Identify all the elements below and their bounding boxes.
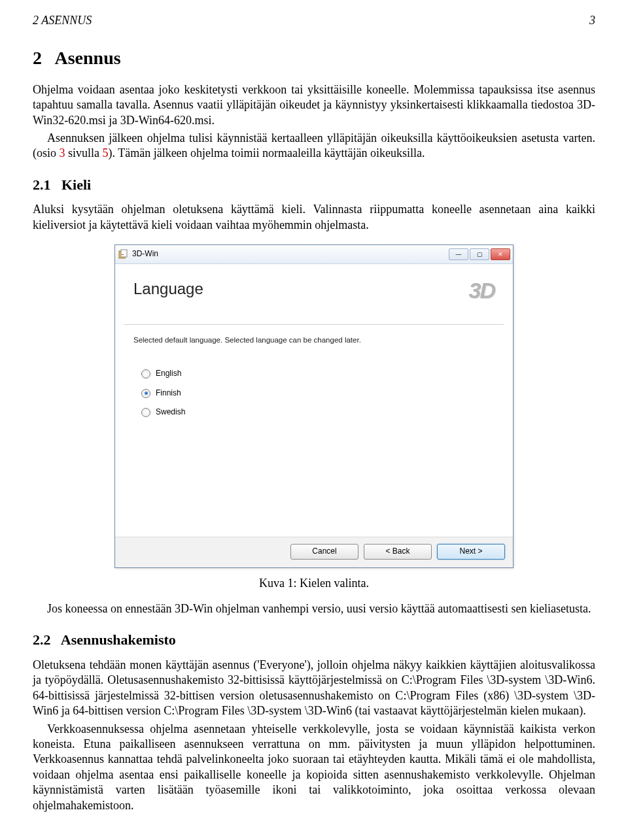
section-heading: 2 Asennus <box>33 46 595 70</box>
radio-label: Finnish <box>156 388 181 399</box>
radio-swedish[interactable]: Swedish <box>141 407 495 418</box>
radio-icon <box>141 369 150 378</box>
figure-caption: Kuva 1: Kielen valinta. <box>33 576 595 591</box>
radio-label: Swedish <box>156 407 185 418</box>
paragraph-intro: Ohjelma voidaan asentaa joko keskitetyst… <box>33 82 595 128</box>
subsection-number: 2.2 <box>33 631 51 648</box>
radio-label: English <box>156 369 181 379</box>
radio-icon <box>141 408 150 417</box>
header-left: 2 ASENNUS <box>33 13 92 28</box>
radio-finnish[interactable]: Finnish <box>141 388 495 399</box>
dialog-heading: Language <box>133 278 495 299</box>
button-row: Cancel < Back Next > <box>115 537 513 567</box>
subsection-kieli: 2.1 Kieli <box>33 176 595 195</box>
installer-window: 3D-Win — ▢ ✕ 3D Language Selected defaul… <box>114 244 514 568</box>
header-right: 3 <box>589 13 595 28</box>
paragraph-after-install: Asennuksen jälkeen ohjelma tulisi käynni… <box>33 131 595 161</box>
section-number: 2 <box>33 48 42 68</box>
installer-icon <box>118 249 128 260</box>
paragraph-network-install: Verkkoasennuksessa ohjelma asennetaan yh… <box>33 722 595 813</box>
maximize-button[interactable]: ▢ <box>470 248 489 260</box>
radio-english[interactable]: English <box>141 369 495 379</box>
titlebar[interactable]: 3D-Win — ▢ ✕ <box>115 245 513 264</box>
paragraph-install-dir: Oletuksena tehdään monen käyttäjän asenn… <box>33 658 595 719</box>
subsection-title: Asennushakemisto <box>61 631 176 648</box>
section-title: Asennus <box>54 48 120 68</box>
subsection-number: 2.1 <box>33 176 51 193</box>
close-button[interactable]: ✕ <box>491 248 510 260</box>
figure-language-dialog: 3D-Win — ▢ ✕ 3D Language Selected defaul… <box>114 244 514 568</box>
subsection-title: Kieli <box>61 176 91 193</box>
back-button[interactable]: < Back <box>364 544 432 560</box>
brand-logo: 3D <box>469 276 495 305</box>
next-button[interactable]: Next > <box>437 544 505 560</box>
svg-rect-1 <box>121 250 127 257</box>
paragraph-existing: Jos koneessa on ennestään 3D-Win ohjelma… <box>33 601 595 616</box>
paragraph-kieli: Aluksi kysytään ohjelman oletuksena käyt… <box>33 202 595 233</box>
radio-icon <box>141 389 150 398</box>
page-header: 2 ASENNUS 3 <box>33 13 595 28</box>
subsection-asennushakemisto: 2.2 Asennushakemisto <box>33 631 595 650</box>
dialog-description: Selected default language. Selected lang… <box>133 335 495 345</box>
window-title: 3D-Win <box>132 249 449 260</box>
svg-rect-2 <box>122 254 124 255</box>
xref-section[interactable]: 3 <box>60 146 65 160</box>
minimize-button[interactable]: — <box>449 248 468 260</box>
separator <box>124 324 504 325</box>
xref-page[interactable]: 5 <box>103 146 109 160</box>
cancel-button[interactable]: Cancel <box>290 544 358 560</box>
